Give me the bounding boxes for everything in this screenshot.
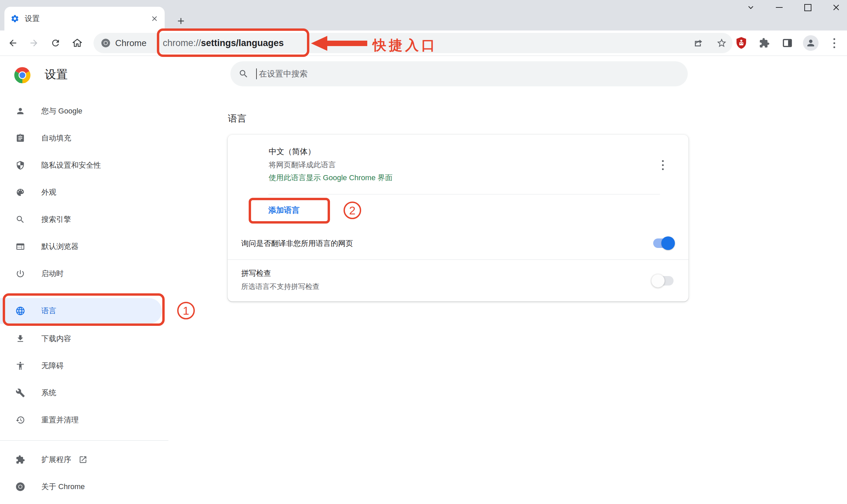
annotation-shortcut-note: 快捷入口 <box>373 36 438 55</box>
tab-title: 设置 <box>25 14 150 24</box>
sidebar-item-reset[interactable]: 重置并清理 <box>0 407 169 434</box>
sidebar-item-you-and-google[interactable]: 您与 Google <box>0 97 169 125</box>
annotation-add-language-box <box>249 198 330 223</box>
tab-favicon-gear-icon <box>11 14 19 23</box>
reload-button[interactable] <box>48 31 64 56</box>
spellcheck-toggle[interactable] <box>653 276 673 286</box>
power-icon <box>12 269 29 278</box>
autofill-icon <box>12 133 29 143</box>
sidebar-item-accessibility[interactable]: 无障碍 <box>0 352 169 379</box>
sidebar-item-about-chrome[interactable]: 关于 Chrome <box>0 473 169 500</box>
spellcheck-subtitle: 所选语言不支持拼写检查 <box>241 282 320 291</box>
share-icon[interactable] <box>693 38 703 48</box>
sidebar-item-default-browser[interactable]: 默认浏览器 <box>0 233 169 260</box>
search-icon <box>238 69 249 79</box>
window-close-icon[interactable] <box>831 3 841 12</box>
sidebar-item-on-startup[interactable]: 启动时 <box>0 260 169 287</box>
wrench-icon <box>12 388 29 398</box>
sidebar-item-privacy[interactable]: 隐私设置和安全性 <box>0 152 169 179</box>
sidebar-item-extensions[interactable]: 扩展程序 <box>0 446 169 473</box>
card-divider <box>268 194 660 194</box>
back-button[interactable] <box>5 31 21 56</box>
annotation-arrow-left <box>311 35 367 52</box>
forward-button[interactable] <box>26 31 42 56</box>
browser-icon <box>12 242 29 251</box>
annotation-language-box <box>3 293 165 326</box>
settings-search-bar[interactable] <box>230 61 688 86</box>
palette-icon <box>12 188 29 197</box>
sidebar-item-search-engine[interactable]: 搜索引擎 <box>0 206 169 233</box>
puzzle-icon <box>12 455 29 464</box>
card-divider-full <box>228 259 688 260</box>
extension-shield-icon[interactable] <box>734 36 749 51</box>
accessibility-icon <box>12 361 29 371</box>
toggle-thumb <box>661 236 675 250</box>
spellcheck-title: 拼写检查 <box>241 268 271 278</box>
text-caret <box>256 68 257 79</box>
sidebar-item-autofill[interactable]: 自动填充 <box>0 125 169 152</box>
settings-page-title: 设置 <box>45 67 68 82</box>
browser-menu-kebab-icon[interactable] <box>827 36 842 51</box>
annotation-step-1: 1 <box>177 302 195 319</box>
new-tab-button[interactable] <box>174 14 188 29</box>
privacy-shield-icon <box>12 161 29 170</box>
toggle-thumb <box>651 274 665 288</box>
extensions-puzzle-icon[interactable] <box>757 36 772 51</box>
section-heading-languages: 语言 <box>228 112 246 125</box>
annotation-step-2: 2 <box>344 201 361 219</box>
chrome-badge-icon <box>101 38 110 48</box>
search-icon <box>12 215 29 224</box>
sidebar-item-system[interactable]: 系统 <box>0 379 169 407</box>
language-item-kebab-icon[interactable] <box>655 158 670 173</box>
chrome-badge-label: Chrome <box>115 38 146 49</box>
window-maximize-icon[interactable] <box>803 3 812 12</box>
side-panel-icon[interactable] <box>780 36 795 51</box>
settings-search-input[interactable] <box>258 69 680 79</box>
language-item-ui-line: 使用此语言显示 Google Chrome 界面 <box>269 173 393 183</box>
sidebar-item-downloads[interactable]: 下载内容 <box>0 325 169 352</box>
translate-prompt-label: 询问是否翻译非您所用语言的网页 <box>241 238 353 249</box>
settings-header: 设置 <box>0 56 847 98</box>
sidebar-item-appearance[interactable]: 外观 <box>0 179 169 206</box>
person-icon <box>12 106 29 116</box>
tab-close-icon[interactable] <box>150 15 159 23</box>
history-icon <box>12 415 29 425</box>
open-in-new-icon <box>78 455 87 464</box>
window-chevron-down-icon[interactable] <box>746 3 756 12</box>
browser-tab[interactable]: 设置 <box>4 7 165 31</box>
window-minimize-icon[interactable] <box>775 3 784 12</box>
sidebar-divider <box>0 440 168 441</box>
language-item-name: 中文（简体） <box>269 146 316 157</box>
translate-prompt-toggle[interactable] <box>653 238 673 248</box>
chrome-logo-icon <box>14 66 31 84</box>
window-controls <box>746 3 841 12</box>
annotation-url-box <box>157 29 309 57</box>
chrome-icon <box>12 482 29 491</box>
home-button[interactable] <box>69 31 85 56</box>
download-icon <box>12 334 29 343</box>
window-titlebar: 设置 <box>0 0 847 31</box>
profile-avatar[interactable] <box>803 35 818 51</box>
bookmark-star-icon[interactable] <box>716 38 727 49</box>
language-item-translate-line: 将网页翻译成此语言 <box>269 160 336 170</box>
